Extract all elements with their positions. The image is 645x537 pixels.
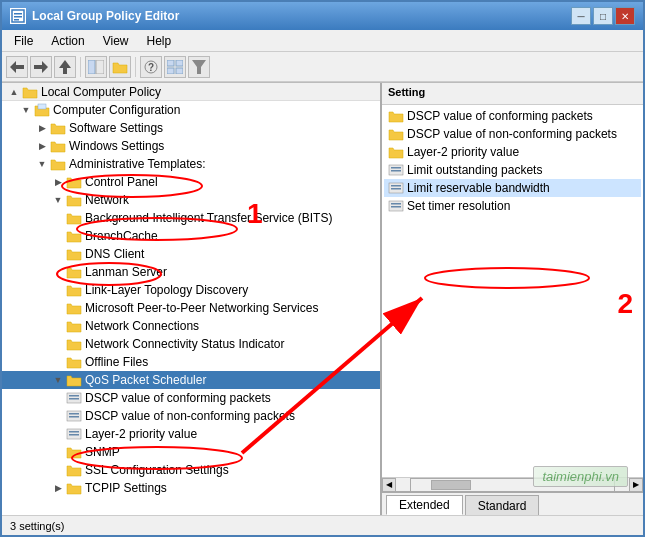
setting-dscp-conf[interactable]: DSCP value of conforming packets: [384, 107, 641, 125]
menu-view[interactable]: View: [95, 32, 137, 50]
view-button[interactable]: [164, 56, 186, 78]
tree-net-connections[interactable]: Network Connections: [2, 317, 380, 335]
setting-limit-out-icon: [388, 163, 404, 177]
root-label: Local Computer Policy: [41, 85, 161, 99]
menu-file[interactable]: File: [6, 32, 41, 50]
tree-ms-peer[interactable]: Microsoft Peer-to-Peer Networking Servic…: [2, 299, 380, 317]
right-scroll-bar[interactable]: ◀ ▶: [382, 477, 643, 491]
windows-label: Windows Settings: [69, 139, 164, 153]
tree-ssl[interactable]: SSL Configuration Settings: [2, 461, 380, 479]
close-button[interactable]: ✕: [615, 7, 635, 25]
svg-text:?: ?: [148, 62, 154, 73]
svg-rect-24: [69, 431, 79, 433]
layer2-label: Layer-2 priority value: [85, 427, 197, 441]
tree-control-panel[interactable]: ▶ Control Panel: [2, 173, 380, 191]
setting-layer2[interactable]: Layer-2 priority value: [384, 143, 641, 161]
status-text: 3 setting(s): [10, 520, 64, 532]
tree-link-layer[interactable]: Link-Layer Topology Discovery: [2, 281, 380, 299]
admin-expand: ▼: [34, 156, 50, 172]
snmp-label: SNMP: [85, 445, 120, 459]
tab-standard[interactable]: Standard: [465, 495, 540, 515]
tab-extended[interactable]: Extended: [386, 495, 463, 515]
net-connections-label: Network Connections: [85, 319, 199, 333]
folder-button[interactable]: [109, 56, 131, 78]
setting-limit-res-icon: [388, 181, 404, 195]
tree-windows-settings[interactable]: ▶ Windows Settings: [2, 137, 380, 155]
setting-dscp-non-label: DSCP value of non-conforming packets: [407, 127, 617, 141]
tree-dscp-non[interactable]: DSCP value of non-conforming packets: [2, 407, 380, 425]
menu-help[interactable]: Help: [139, 32, 180, 50]
setting-dscp-non[interactable]: DSCP value of non-conforming packets: [384, 125, 641, 143]
lanman-icon: [66, 265, 82, 279]
tree-panel: ▲ Local Computer Policy ▼ Computer: [2, 83, 382, 515]
tree-tcpip[interactable]: ▶ TCPIP Settings: [2, 479, 380, 497]
tree-network[interactable]: ▼ Network: [2, 191, 380, 209]
menu-action[interactable]: Action: [43, 32, 92, 50]
tree-dscp-conforming[interactable]: DSCP value of conforming packets: [2, 389, 380, 407]
svg-rect-27: [391, 167, 401, 169]
offline-label: Offline Files: [85, 355, 148, 369]
scroll-left-btn[interactable]: ◀: [382, 478, 396, 492]
setting-dscp-conf-icon: [388, 109, 404, 123]
windows-icon: [50, 139, 66, 153]
setting-timer-label: Set timer resolution: [407, 199, 510, 213]
maximize-button[interactable]: □: [593, 7, 613, 25]
windows-expand: ▶: [34, 138, 50, 154]
tcpip-expand: ▶: [50, 480, 66, 496]
setting-limit-outstanding[interactable]: Limit outstanding packets: [384, 161, 641, 179]
setting-timer[interactable]: Set timer resolution: [384, 197, 641, 215]
svg-rect-34: [391, 206, 401, 208]
snmp-icon: [66, 445, 82, 459]
bits-label: Background Intelligent Transfer Service …: [85, 211, 332, 225]
right-tabs: Extended Standard: [382, 491, 643, 515]
svg-marker-4: [10, 61, 24, 73]
tree-software-settings[interactable]: ▶ Software Settings: [2, 119, 380, 137]
tree-root-item[interactable]: ▲ Local Computer Policy: [2, 83, 380, 101]
network-icon: [66, 193, 82, 207]
link-layer-label: Link-Layer Topology Discovery: [85, 283, 248, 297]
tree-layer2[interactable]: Layer-2 priority value: [2, 425, 380, 443]
toolbar-separator-2: [135, 57, 136, 77]
scroll-right-btn[interactable]: ▶: [629, 478, 643, 492]
show-hide-button[interactable]: [85, 56, 107, 78]
window-icon: [10, 8, 26, 24]
h-scroll-track: [410, 478, 615, 492]
svg-rect-1: [14, 13, 22, 15]
network-expand: ▼: [50, 192, 66, 208]
svg-rect-25: [69, 434, 79, 436]
setting-limit-out-label: Limit outstanding packets: [407, 163, 542, 177]
h-scroll-thumb[interactable]: [431, 480, 471, 490]
ms-peer-icon: [66, 301, 82, 315]
computer-config-label: Computer Configuration: [53, 103, 180, 117]
setting-timer-icon: [388, 199, 404, 213]
filter-button[interactable]: [188, 56, 210, 78]
tree-admin-templates[interactable]: ▼ Administrative Templates:: [2, 155, 380, 173]
tree-branchcache[interactable]: BranchCache: [2, 227, 380, 245]
setting-limit-reservable[interactable]: Limit reservable bandwidth: [384, 179, 641, 197]
tree-offline[interactable]: Offline Files: [2, 353, 380, 371]
setting-layer2-label: Layer-2 priority value: [407, 145, 519, 159]
tcpip-label: TCPIP Settings: [85, 481, 167, 495]
tree-net-connectivity[interactable]: Network Connectivity Status Indicator: [2, 335, 380, 353]
svg-rect-11: [167, 60, 174, 66]
svg-rect-19: [69, 398, 79, 400]
back-button[interactable]: [6, 56, 28, 78]
toolbar-separator-1: [80, 57, 81, 77]
tree-lanman[interactable]: Lanman Server: [2, 263, 380, 281]
tree-bits[interactable]: Background Intelligent Transfer Service …: [2, 209, 380, 227]
right-content: DSCP value of conforming packets DSCP va…: [382, 105, 643, 477]
up-button[interactable]: [54, 56, 76, 78]
help-button[interactable]: ?: [140, 56, 162, 78]
minimize-button[interactable]: ─: [571, 7, 591, 25]
tree-dns[interactable]: DNS Client: [2, 245, 380, 263]
tree-qos[interactable]: ▼ QoS Packet Scheduler: [2, 371, 380, 389]
tree-snmp[interactable]: SNMP: [2, 443, 380, 461]
title-bar-left: Local Group Policy Editor: [10, 8, 179, 24]
lanman-label: Lanman Server: [85, 265, 167, 279]
computer-config-icon: [34, 103, 50, 117]
svg-rect-31: [391, 188, 401, 190]
link-layer-icon: [66, 283, 82, 297]
tree-computer-config[interactable]: ▼ Computer Configuration: [2, 101, 380, 119]
forward-button[interactable]: [30, 56, 52, 78]
svg-rect-3: [14, 19, 19, 21]
